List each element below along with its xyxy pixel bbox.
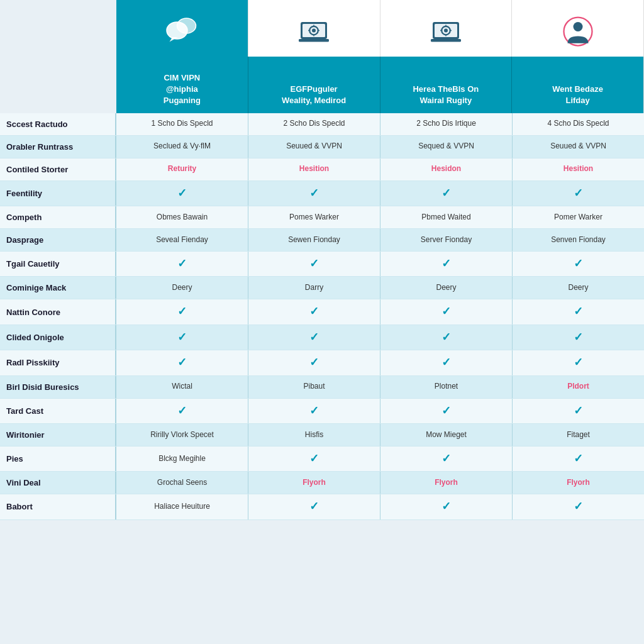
feature-label: Tard Cast [0, 399, 116, 423]
plan-cell: ✓ [248, 494, 380, 519]
feature-label: Dasprage [0, 229, 116, 251]
svg-point-24 [573, 22, 582, 31]
plan-cell: Sewen Fionday [248, 229, 380, 251]
plan1-title: CIM VIPN@hiphiaPuganing [123, 66, 242, 113]
header-row: CIM VIPN@hiphiaPuganing EGFPugulerWealit… [0, 57, 644, 113]
plan1-icon-cell [116, 0, 248, 57]
laptop2-icon [427, 13, 465, 50]
feature-label: Orabler Runtrass [0, 136, 116, 158]
plan-cell: ✓ [513, 399, 644, 423]
plan-cell: Seuued & VVPN [248, 136, 380, 158]
plan-cell: ✓ [116, 181, 248, 206]
plan-cell: Fitaget [513, 424, 644, 446]
plan-cell: ✓ [513, 181, 644, 206]
plan-cell: Seuued & VVPN [513, 136, 644, 158]
plan4-icon-cell [512, 0, 644, 57]
icon-spacer [0, 0, 116, 57]
icons-row [0, 0, 644, 57]
plan-cell: ✓ [248, 399, 380, 423]
plan-cell: 4 Scho Dis Specld [513, 113, 644, 135]
plan-cell: Deery [116, 277, 248, 299]
plan-cell: Server Fionday [380, 229, 513, 251]
person-icon [559, 13, 597, 50]
feature-label: Babort [0, 494, 116, 519]
plan-cell: Senven Fionday [513, 229, 644, 251]
table-row: Clided Onigole✓✓✓✓ [0, 325, 644, 350]
plan-cell: Pomes Warker [248, 206, 380, 228]
feature-label: Cominige Mack [0, 277, 116, 299]
table-row: Vini DealGrochal SeensFlyorhFlyorhFlyorh [0, 472, 644, 494]
feature-label: Clided Onigole [0, 325, 116, 350]
table-row: BabortHaliace Heuiture✓✓✓ [0, 494, 644, 519]
plan-cell: Wictal [116, 376, 248, 398]
plan3-header: Herea TheBls OnWairal Rugity [380, 57, 513, 113]
feature-label: Pies [0, 447, 116, 471]
plan-cell: Obmes Bawain [116, 206, 248, 228]
plan-cell: ✓ [380, 447, 513, 471]
feature-label: Competh [0, 206, 116, 228]
plan-cell: ✓ [380, 325, 513, 350]
table-row: Tard Cast✓✓✓✓ [0, 399, 644, 424]
plan-cell: ✓ [380, 299, 513, 324]
plan-cell: Flyorh [248, 472, 380, 494]
feature-label: Vini Deal [0, 472, 116, 494]
plan-cell: Seclued & Vy·flM [116, 136, 248, 158]
table-row: Birl Disid BuresicsWictalPibautPlotnetPl… [0, 376, 644, 399]
feature-label: Radl Pisskiity [0, 350, 116, 375]
plan-cell: ✓ [116, 299, 248, 324]
plan-cell: ✓ [116, 399, 248, 423]
plan-cell: ✓ [513, 299, 644, 324]
plan-cell: Pomer Warker [513, 206, 644, 228]
plan-cell: Ririlly Vlork Specet [116, 424, 248, 446]
feature-label: Nattin Conore [0, 299, 116, 324]
plan-cell: ✓ [248, 299, 380, 324]
plan-cell: ✓ [248, 325, 380, 350]
svg-rect-7 [299, 39, 329, 42]
plan-cell: Darry [248, 277, 380, 299]
plan-cell: 2 Scho Dis Specld [248, 113, 380, 135]
table-row: Nattin Conore✓✓✓✓ [0, 299, 644, 325]
plan-cell: Seveal Fienday [116, 229, 248, 251]
table-row: CompethObmes BawainPomes WarkerPbmed Wai… [0, 206, 644, 229]
plan-cell: ✓ [513, 494, 644, 519]
table-row: PiesBlckg Megihle✓✓✓ [0, 447, 644, 472]
plan-cell: Hesidon [380, 158, 513, 180]
svg-point-9 [312, 29, 316, 33]
plan2-title: EGFPugulerWeality, Medirod [255, 77, 374, 113]
chat-icon [163, 13, 201, 50]
plan-cell: ✓ [513, 325, 644, 350]
feature-label: Wiritonier [0, 424, 116, 446]
plan-cell: Blckg Megihle [116, 447, 248, 471]
plan-cell: Mow Mieget [380, 424, 513, 446]
plan-cell: ✓ [116, 325, 248, 350]
plan-cell: Pldort [513, 376, 644, 398]
table-row: DasprageSeveal FiendaySewen FiondayServe… [0, 229, 644, 252]
plan-cell: Deery [513, 277, 644, 299]
plan-cell: Plotnet [380, 376, 513, 398]
table-row: Radl Pisskiity✓✓✓✓ [0, 350, 644, 375]
plan-cell: Haliace Heuiture [116, 494, 248, 519]
plan-cell: Grochal Seens [116, 472, 248, 494]
plan-cell: ✓ [116, 350, 248, 375]
laptop-icon [295, 13, 333, 50]
feature-label: Birl Disid Buresics [0, 376, 116, 398]
plan-cell: ✓ [513, 252, 644, 276]
plan-cell: Returity [116, 158, 248, 180]
table-row: Orabler RuntrassSeclued & Vy·flMSeuued &… [0, 136, 644, 158]
plan-cell: Flyorh [513, 472, 644, 494]
features-table: Sccest Ractudo1 Scho Dis Specld2 Scho Di… [0, 113, 644, 520]
plan3-icon-cell [380, 0, 513, 57]
plan-cell: ✓ [380, 350, 513, 375]
plan-cell: ✓ [248, 252, 380, 276]
table-row: Contiled StorterReturityHesitionHesidonH… [0, 158, 644, 181]
plan-cell: 2 Scho Dis Irtique [380, 113, 513, 135]
plan-cell: Flyorh [380, 472, 513, 494]
table-row: Cominige MackDeeryDarryDeeryDeery [0, 277, 644, 299]
plan-cell: ✓ [116, 252, 248, 276]
plan-cell: Hesition [513, 158, 644, 180]
plan-cell: Pbmed Waited [380, 206, 513, 228]
plan-cell: 1 Scho Dis Specld [116, 113, 248, 135]
plan-cell: ✓ [380, 494, 513, 519]
plan-cell: Hisfis [248, 424, 380, 446]
plan4-header: Went BedazeLifday [512, 57, 644, 113]
